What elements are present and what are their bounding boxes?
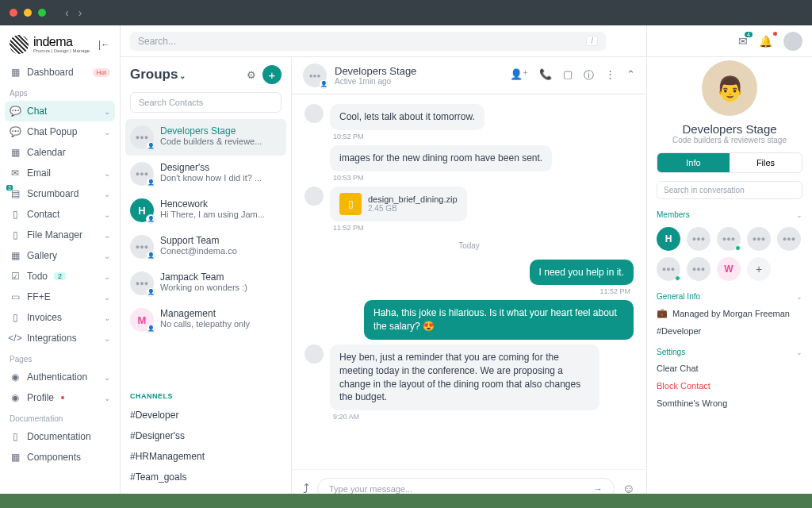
group-avatar: H👤 bbox=[130, 198, 154, 222]
tab-info[interactable]: Info bbox=[657, 153, 730, 172]
more-icon[interactable]: ⋮ bbox=[605, 68, 615, 83]
zip-icon: ▯ bbox=[339, 193, 362, 215]
search-contacts[interactable]: Search Contacts bbox=[130, 92, 282, 113]
members-header[interactable]: Members⌄ bbox=[647, 207, 812, 222]
sidebar-chat-popup[interactable]: 💬Chat Popup⌄ bbox=[0, 121, 120, 142]
send-icon[interactable]: → bbox=[594, 484, 603, 494]
channel-item[interactable]: #Team_goals bbox=[121, 467, 291, 487]
sidebar-contact[interactable]: ▯Contact⌄ bbox=[0, 204, 120, 225]
window-maximize[interactable] bbox=[38, 9, 46, 17]
sidebar-integrations[interactable]: </>Integrations⌄ bbox=[0, 328, 120, 348]
sidebar-scrumboard[interactable]: 3▤Scrumboard⌄ bbox=[0, 183, 120, 204]
group-item[interactable]: ●●●👤Developers StageCode builders & revi… bbox=[125, 119, 286, 156]
call-icon[interactable]: 📞 bbox=[539, 68, 552, 83]
collapse-info-icon[interactable]: ⌃ bbox=[626, 68, 635, 83]
message-row: Haha, this joke is hilarious. Is it what… bbox=[304, 300, 634, 340]
message-time: 9:20 AM bbox=[330, 413, 599, 421]
setting-wrong[interactable]: Somthine's Wrong bbox=[647, 394, 812, 412]
sidebar-documentation[interactable]: ▯Documentation bbox=[0, 426, 120, 447]
email-icon: ✉ bbox=[10, 167, 21, 179]
channel-item[interactable]: #Designer'ss bbox=[121, 425, 291, 446]
message-row: images for the new dining room have been… bbox=[304, 145, 634, 182]
nav-forward[interactable]: › bbox=[79, 6, 82, 19]
sidebar-chat[interactable]: 💬Chat⌄ bbox=[5, 101, 115, 121]
window-close[interactable] bbox=[10, 9, 17, 17]
bell-icon[interactable]: 🔔 bbox=[759, 35, 772, 48]
member-avatar[interactable]: ●●● bbox=[687, 227, 710, 251]
group-name: Support Team bbox=[160, 235, 237, 246]
sidebar-todo[interactable]: ☑Todo2⌄ bbox=[0, 266, 120, 287]
sidebar-calendar[interactable]: ▦Calendar bbox=[0, 142, 120, 163]
day-divider: Today bbox=[304, 241, 634, 250]
sidebar-gallery[interactable]: ▦Gallery⌄ bbox=[0, 245, 120, 266]
setting-block[interactable]: Block Contact bbox=[647, 377, 812, 394]
hashtag-line: #Developer bbox=[647, 322, 812, 340]
group-subtitle: Hi There, I am using Jam... bbox=[160, 210, 265, 219]
message-time: 11:52 PM bbox=[530, 287, 634, 295]
member-avatar[interactable]: ●●● bbox=[657, 257, 680, 281]
member-avatar[interactable]: ●●● bbox=[777, 227, 801, 251]
group-name: Hencework bbox=[160, 198, 265, 210]
member-avatar[interactable]: ●●● bbox=[687, 257, 710, 281]
section-pages: Pages bbox=[0, 348, 120, 367]
member-avatar[interactable]: ●●● bbox=[717, 227, 741, 251]
chat-icon: 💬 bbox=[10, 106, 21, 117]
group-item[interactable]: ●●●👤Support TeamConect@indema.co bbox=[121, 229, 291, 265]
todo-icon: ☑ bbox=[10, 271, 21, 282]
video-icon[interactable]: ▢ bbox=[563, 68, 573, 83]
group-item[interactable]: M👤ManagementNo calls, telepathy only bbox=[121, 302, 291, 338]
chat-column: ●●●👤 Developers Stage Active 1min ago 👤⁺… bbox=[292, 25, 647, 508]
user-avatar[interactable] bbox=[783, 32, 802, 51]
sidebar-profile[interactable]: ◉Profile⌄ bbox=[0, 387, 120, 408]
chat-title: Developers Stage bbox=[335, 65, 416, 77]
sidebar-components[interactable]: ▦Components bbox=[0, 447, 120, 468]
group-name: Designer'ss bbox=[160, 162, 262, 173]
logo-text: indema Procure | Design | Manage bbox=[33, 36, 90, 53]
group-subtitle: No calls, telepathy only bbox=[160, 319, 250, 329]
add-group-button[interactable]: + bbox=[262, 65, 282, 84]
components-icon: ▦ bbox=[10, 452, 21, 463]
chat-status: Active 1min ago bbox=[335, 77, 416, 86]
file-attachment[interactable]: ▯design_brief_dining.zip2.45 GB bbox=[330, 187, 467, 221]
sidebar-email[interactable]: ✉Email⌄ bbox=[0, 163, 120, 183]
sidebar-ffe[interactable]: ▭FF+E⌄ bbox=[0, 287, 120, 307]
channel-item[interactable]: #Developer bbox=[121, 405, 291, 425]
sidebar-invoices[interactable]: ▯Invoices⌄ bbox=[0, 307, 120, 328]
message-row: ▯design_brief_dining.zip2.45 GB11:52 PM bbox=[304, 187, 634, 232]
group-avatar: ●●●👤 bbox=[130, 125, 154, 149]
general-info-header[interactable]: General Info⌄ bbox=[647, 289, 812, 304]
sidebar-file-manager[interactable]: ▯File Manager⌄ bbox=[0, 225, 120, 245]
sidebar-collapse[interactable]: |← bbox=[98, 39, 110, 50]
group-item[interactable]: ●●●👤Designer'ssDon't know how I did it? … bbox=[121, 156, 291, 192]
setting-clear[interactable]: Clear Chat bbox=[647, 360, 812, 377]
message-row: Hey ben, just a reminder that you are co… bbox=[304, 344, 634, 421]
group-item[interactable]: H👤HenceworkHi There, I am using Jam... bbox=[121, 192, 291, 229]
info-icon[interactable]: ⓘ bbox=[584, 68, 594, 83]
groups-settings-icon[interactable]: ⚙ bbox=[247, 69, 256, 81]
popup-icon: 💬 bbox=[10, 126, 21, 137]
add-member-button[interactable]: + bbox=[747, 257, 771, 281]
info-column: 👨 Developers Stage Code builders & revie… bbox=[647, 25, 812, 508]
add-user-icon[interactable]: 👤⁺ bbox=[510, 68, 528, 83]
nav-back[interactable]: ‹ bbox=[65, 6, 69, 19]
search-placeholder: Search... bbox=[138, 36, 176, 47]
bottom-bar bbox=[0, 494, 812, 508]
groups-title[interactable]: Groups⌄ bbox=[130, 67, 186, 83]
sidebar-auth[interactable]: ◉Authentication⌄ bbox=[0, 367, 120, 387]
window-minimize[interactable] bbox=[24, 9, 32, 17]
file-icon: ▯ bbox=[10, 229, 21, 241]
member-avatar[interactable]: H bbox=[657, 227, 680, 251]
message-time: 11:52 PM bbox=[330, 224, 467, 232]
contact-icon: ▯ bbox=[10, 209, 21, 220]
inbox-icon[interactable]: ✉4 bbox=[738, 35, 748, 48]
channel-item[interactable]: #HRManagement bbox=[121, 446, 291, 467]
sidebar-dashboard[interactable]: ▦DashboardHot bbox=[0, 62, 120, 83]
tab-files[interactable]: Files bbox=[730, 153, 802, 172]
member-avatar[interactable]: W bbox=[717, 257, 741, 281]
member-avatar[interactable]: ●●● bbox=[747, 227, 771, 251]
settings-header[interactable]: Settings⌄ bbox=[647, 344, 812, 360]
message-time: 10:52 PM bbox=[330, 133, 485, 140]
chat-header-avatar: ●●●👤 bbox=[303, 64, 327, 87]
group-item[interactable]: ●●●👤Jampack TeamWorking on wonders :) bbox=[121, 265, 291, 302]
search-conversation[interactable]: Search in conversation bbox=[657, 181, 802, 199]
